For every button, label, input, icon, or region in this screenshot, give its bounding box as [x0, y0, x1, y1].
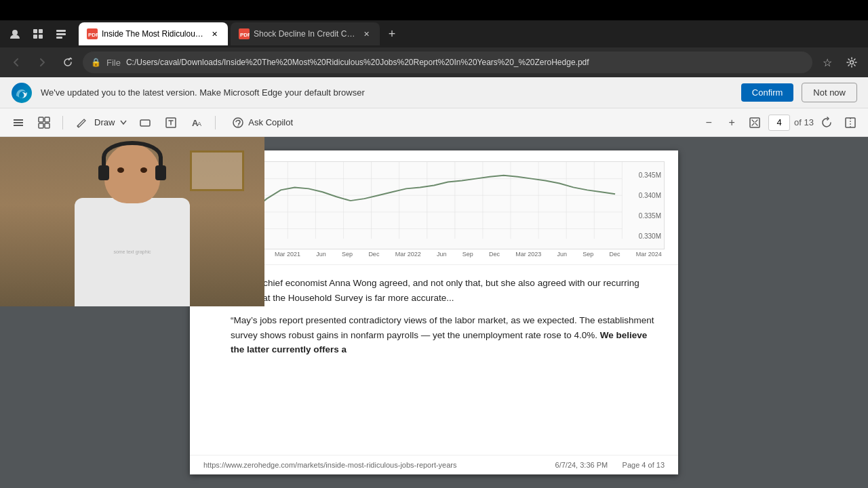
- ask-copilot-button[interactable]: Ask Copilot: [224, 114, 301, 131]
- edge-logo: [11, 82, 33, 104]
- draw-tool-group: Draw: [71, 113, 130, 132]
- y-label-3: 0.335M: [623, 212, 661, 220]
- svg-point-12: [850, 61, 854, 64]
- font-size-button[interactable]: AA: [186, 113, 207, 132]
- x-label-10: Dec: [489, 251, 500, 258]
- confirm-button[interactable]: Confirm: [741, 83, 794, 102]
- x-label-4: Jun: [316, 251, 326, 258]
- favorites-button[interactable]: ☆: [816, 52, 838, 73]
- draw-tool-icon[interactable]: [71, 113, 92, 132]
- svg-rect-15: [14, 122, 23, 123]
- ask-copilot-label: Ask Copilot: [248, 117, 293, 127]
- settings-button[interactable]: [841, 52, 863, 73]
- x-label-7: Mar 2022: [395, 251, 421, 258]
- svg-point-0: [12, 30, 18, 35]
- back-button[interactable]: [5, 52, 27, 73]
- svg-rect-5: [56, 30, 66, 32]
- x-label-12: Jun: [557, 251, 568, 258]
- svg-rect-2: [39, 29, 43, 33]
- profile-button[interactable]: [5, 24, 24, 43]
- address-bar-actions: ☆: [816, 52, 863, 73]
- page-navigation: − + of 13: [699, 113, 860, 132]
- svg-rect-17: [39, 117, 43, 122]
- not-now-button[interactable]: Not now: [802, 83, 857, 102]
- x-label-13: Sep: [583, 251, 593, 258]
- footer-date: 6/7/24, 3:36 PM: [555, 461, 608, 469]
- tab-label-1: Inside The Most Ridiculous Jobs: [102, 29, 205, 39]
- tab-pdf-2[interactable]: PDF Shock Decline In Credit Card De... ✕: [231, 22, 380, 45]
- y-label-1: 0.345M: [623, 171, 661, 179]
- svg-rect-7: [56, 37, 62, 39]
- title-bar: [0, 0, 868, 20]
- notification-text: We've updated you to the latest version.…: [41, 87, 733, 98]
- tab-bar: PDF Inside The Most Ridiculous Jobs ✕ PD…: [0, 20, 868, 47]
- page-number-input[interactable]: [768, 115, 790, 131]
- svg-rect-14: [14, 119, 23, 121]
- x-label-11: Mar 2023: [515, 251, 541, 258]
- main-content-area: some text graphic: [0, 137, 868, 488]
- svg-rect-4: [39, 35, 43, 39]
- svg-point-13: [12, 83, 32, 103]
- chart-y-axis: 0.345M 0.340M 0.335M 0.330M: [623, 162, 664, 249]
- svg-text:PDF: PDF: [88, 32, 98, 38]
- hamburger-menu-button[interactable]: [8, 113, 28, 132]
- svg-rect-20: [45, 123, 50, 128]
- tab-favicon-2: PDF: [239, 28, 250, 39]
- svg-text:PDF: PDF: [240, 32, 250, 38]
- footer-url: https://www.zerohedge.com/markets/inside…: [203, 461, 457, 469]
- svg-rect-28: [846, 118, 855, 127]
- zoom-in-button[interactable]: +: [722, 113, 741, 132]
- tab-close-2[interactable]: ✕: [361, 28, 372, 39]
- paragraph-1: Bloomberg's chief economist Anna Wong ag…: [210, 276, 658, 305]
- svg-text:A: A: [197, 121, 201, 127]
- svg-rect-3: [33, 35, 37, 39]
- forward-button[interactable]: [31, 52, 53, 73]
- y-label-2: 0.340M: [623, 192, 661, 199]
- draw-label: Draw: [94, 117, 115, 127]
- page-split-button[interactable]: [841, 113, 860, 132]
- tab-close-1[interactable]: ✕: [209, 28, 220, 39]
- svg-rect-27: [750, 118, 760, 127]
- person-figure: some text graphic: [58, 144, 207, 306]
- workspaces-button[interactable]: [28, 24, 47, 43]
- x-label-15: Mar 2024: [636, 251, 662, 258]
- pdf-toolbar: Draw AA Ask Copilot − + of 13: [0, 108, 868, 137]
- x-label-6: Dec: [368, 251, 379, 258]
- svg-rect-1: [33, 29, 37, 33]
- view-toggle-button[interactable]: [34, 113, 54, 132]
- rotate-button[interactable]: [818, 113, 837, 132]
- svg-rect-19: [39, 123, 43, 128]
- chart-container: 0.345M 0.340M 0.335M 0.330M: [203, 161, 665, 249]
- url-display: C:/Users/caval/Downloads/Inside%20The%20…: [126, 58, 804, 67]
- draw-dropdown[interactable]: [117, 119, 130, 127]
- refresh-button[interactable]: [57, 52, 79, 73]
- chart-svg: [204, 162, 664, 249]
- file-label: File: [106, 58, 121, 68]
- x-label-5: Sep: [342, 251, 353, 258]
- tab-label-2: Shock Decline In Credit Card De...: [254, 29, 357, 39]
- quote-start: “May’s jobs report presented contradicto…: [231, 315, 654, 340]
- lock-icon: 🔒: [91, 58, 101, 67]
- total-pages: of 13: [794, 117, 814, 127]
- new-tab-button[interactable]: +: [382, 24, 401, 43]
- svg-rect-16: [14, 125, 23, 126]
- tab-bar-controls: [5, 24, 71, 43]
- svg-rect-18: [45, 117, 50, 122]
- svg-rect-21: [140, 120, 150, 126]
- toolbar-separator-2: [215, 116, 216, 129]
- block-quote: “May’s jobs report presented contradicto…: [224, 313, 658, 357]
- tab-history-button[interactable]: [52, 24, 71, 43]
- eraser-button[interactable]: [135, 113, 155, 132]
- webcam-overlay: some text graphic: [0, 137, 264, 306]
- address-bar[interactable]: 🔒 File C:/Users/caval/Downloads/Inside%2…: [83, 52, 812, 73]
- fit-page-button[interactable]: [745, 113, 764, 132]
- tab-favicon-1: PDF: [87, 28, 98, 39]
- x-label-8: Jun: [437, 251, 447, 258]
- zoom-out-button[interactable]: −: [699, 113, 718, 132]
- notification-bar: We've updated you to the latest version.…: [0, 77, 868, 108]
- textbox-button[interactable]: [161, 113, 181, 132]
- footer-page: Page 4 of 13: [623, 461, 665, 469]
- svg-point-26: [238, 125, 239, 127]
- tab-pdf-1[interactable]: PDF Inside The Most Ridiculous Jobs ✕: [79, 22, 228, 45]
- y-label-4: 0.330M: [623, 232, 661, 240]
